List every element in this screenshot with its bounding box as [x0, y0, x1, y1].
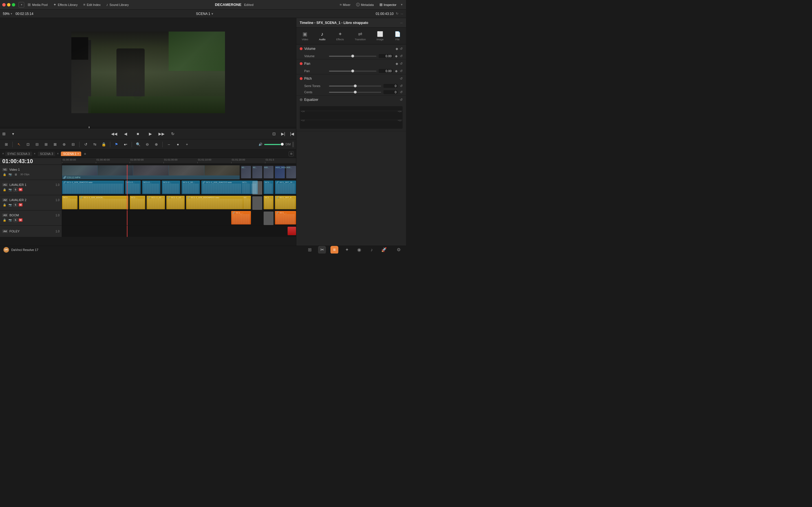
track-a3-content[interactable]: 🔗 SC1_... 🔗 SC1_... — [62, 210, 296, 225]
step-back-btn[interactable]: ◀ — [121, 130, 130, 138]
prev-frame-btn[interactable]: ◀◀ — [110, 130, 118, 138]
edit-index-tab[interactable]: ≡ Edit Index — [81, 2, 103, 8]
loop-btn[interactable]: ↻ — [169, 130, 177, 138]
volume-param-reset-btn[interactable]: ↺ — [400, 54, 403, 58]
media-pool-tab[interactable]: ⊞ Media Pool — [26, 2, 50, 8]
pan-enable-btn[interactable] — [300, 62, 303, 65]
a1-clip-3[interactable]: SC1-2... — [142, 180, 160, 194]
track-a3-mute-btn[interactable]: M — [18, 218, 22, 222]
pan-param-reset-btn[interactable]: ↺ — [400, 69, 403, 73]
undo-btn[interactable]: ↺ — [82, 140, 90, 149]
fullscreen-prev-btn[interactable]: ▶| — [279, 130, 287, 138]
blade-btn[interactable]: ⊞ — [42, 140, 50, 149]
a1-clip-7[interactable]: SC1... — [241, 180, 251, 194]
sound-library-tab[interactable]: ♪ Sound Library — [104, 2, 131, 8]
cents-slider[interactable] — [329, 92, 381, 93]
track-a1-camera-icon[interactable]: 📷 — [8, 187, 12, 192]
trim-tool-btn[interactable]: ⊡ — [24, 140, 32, 149]
eq-section-header[interactable]: Equalizer ↺ — [296, 96, 406, 104]
tab-sync-scena-3[interactable]: SYNC SCENA 3 — [5, 152, 32, 156]
track-a2-mute-btn[interactable]: M — [18, 203, 22, 207]
tab-scena-1[interactable]: SCENA 1 ▾ — [61, 152, 81, 156]
cents-slider-knob[interactable] — [354, 91, 357, 94]
zoom-in-btn[interactable]: ⊕ — [152, 140, 160, 149]
dot-btn[interactable]: ● — [174, 140, 182, 149]
tab-scena-3[interactable]: SCENA 3 — [38, 152, 55, 156]
pitch-reset-btn[interactable]: ↺ — [400, 76, 403, 80]
cut-nav-icon[interactable]: ✂ — [318, 246, 326, 254]
deliver-nav-icon[interactable]: 🚀 — [380, 246, 388, 254]
eq-reset-btn[interactable]: ↺ — [400, 98, 403, 102]
track-a1-lock-icon[interactable]: 🔒 — [2, 187, 7, 192]
pitch-section-header[interactable]: Pitch ↺ — [296, 74, 406, 83]
flag-btn[interactable]: ⚑ — [112, 140, 120, 149]
a2-clip-1[interactable]: SC1-... — [62, 196, 78, 209]
track-a3-solo-btn[interactable]: S — [13, 218, 17, 222]
next-frame-btn[interactable]: ▶▶ — [158, 130, 165, 138]
edit-nav-icon[interactable]: ≡ — [331, 246, 338, 254]
track-select-btn[interactable]: ⊟ — [69, 140, 77, 149]
volume-slider-knob[interactable] — [351, 55, 354, 57]
layout-btn[interactable]: ⊞ — [2, 140, 10, 149]
sync-icon[interactable]: ↻ — [396, 12, 398, 15]
close-tab-2-icon[interactable]: × — [34, 152, 36, 155]
view-chevron-btn[interactable]: ▾ — [9, 130, 17, 138]
pan-value[interactable]: 0.00 — [378, 69, 393, 73]
insp-tab-audio[interactable]: ♪ Audio — [317, 30, 327, 42]
a2-clip-3[interactable]: SC1-... — [130, 196, 145, 209]
foley-clip-1[interactable] — [288, 227, 296, 235]
lock-btn[interactable]: 🔒 — [100, 140, 108, 149]
track-a3-lock-icon[interactable]: 🔒 — [2, 218, 7, 222]
end-btn[interactable]: |◀ — [288, 130, 296, 138]
eq-enable-btn[interactable] — [300, 98, 303, 101]
volume-knob[interactable] — [281, 143, 284, 146]
semitones-value[interactable]: 0 — [384, 84, 398, 88]
a1-clip-9[interactable]: 🔗 SC1_007_ISACCO.wav — [275, 180, 296, 194]
a1-clip-4[interactable]: SC1-2... — [162, 180, 180, 194]
a3-clip-1[interactable]: 🔗 SC1_... — [231, 211, 251, 224]
fairlight-nav-icon[interactable]: ♪ — [368, 246, 375, 254]
add-tab-btn[interactable]: + — [82, 151, 88, 157]
cents-reset-btn[interactable]: ↺ — [400, 90, 403, 94]
more-menu-icon[interactable]: ▾ — [400, 2, 404, 7]
track-a4-content[interactable] — [62, 226, 296, 237]
a1-clip-1[interactable]: 🔗 SC1-2_029_ISACCO.wav — [62, 180, 124, 194]
search-btn[interactable]: 🔍 — [134, 140, 142, 149]
a2-clip-2[interactable]: 🔗 SC1-2_029_EDOA... — [79, 196, 128, 209]
pan-section-header[interactable]: Pan ◆ ↺ — [296, 59, 406, 68]
minus-btn[interactable]: – — [165, 140, 173, 149]
play-btn[interactable]: ▶ — [146, 130, 154, 138]
a2-clip-8[interactable]: SC1... — [264, 196, 273, 209]
video-small-clip-2[interactable]: A0... — [252, 166, 262, 178]
inspector-btn[interactable]: ⊞ Inspector — [377, 2, 399, 8]
insp-tab-video[interactable]: ▣ Video — [299, 30, 310, 42]
fullscreen-button[interactable] — [12, 3, 15, 6]
video-small-clip-1[interactable]: A0... — [241, 166, 251, 178]
mixer-btn[interactable]: ≈ Mixer — [338, 2, 353, 8]
zoom-out-btn[interactable]: ⊖ — [143, 140, 151, 149]
video-clip-main[interactable]: 🔗 C0112.MP4 — [62, 165, 240, 179]
settings-nav-icon[interactable]: ⚙ — [395, 246, 403, 254]
semitones-reset-btn[interactable]: ↺ — [400, 84, 403, 88]
fit-btn[interactable]: ⊡ — [270, 130, 278, 138]
close-tab-3-icon[interactable]: × — [57, 152, 59, 155]
metadata-btn[interactable]: ⓘ Metadata — [354, 1, 376, 8]
color-nav-icon[interactable]: ◉ — [355, 246, 363, 254]
close-tab-1-icon[interactable]: × — [2, 152, 4, 155]
pan-reset-btn[interactable]: ↺ — [400, 62, 403, 66]
track-a2-content[interactable]: SC1-... 🔗 SC1-2_029_EDOA... SC1-... — [62, 195, 296, 210]
fusion-nav-icon[interactable]: ✦ — [343, 246, 351, 254]
pan-slider[interactable] — [329, 71, 376, 71]
track-a3-camera-icon[interactable]: 📷 — [8, 218, 12, 222]
dynamic-trim-btn[interactable]: ⊟ — [33, 140, 41, 149]
a2-clip-4[interactable]: 🔗 SC1-2_029... — [147, 196, 165, 209]
insp-tab-image[interactable]: ⬜ Image — [374, 30, 386, 42]
pitch-enable-btn[interactable] — [300, 77, 303, 80]
cents-value[interactable]: 0 — [384, 90, 398, 94]
a2-clip-9[interactable]: 🔗 SC1_007_EDOARDO.wav — [275, 196, 296, 209]
pan-keyframe-btn[interactable]: ◆ — [396, 62, 398, 66]
close-button[interactable] — [2, 3, 6, 6]
zoom-control[interactable]: 59% ▾ — [3, 12, 12, 16]
track-v1-monitor-icon[interactable]: 🖥 — [13, 172, 18, 177]
volume-bar[interactable] — [264, 144, 284, 145]
